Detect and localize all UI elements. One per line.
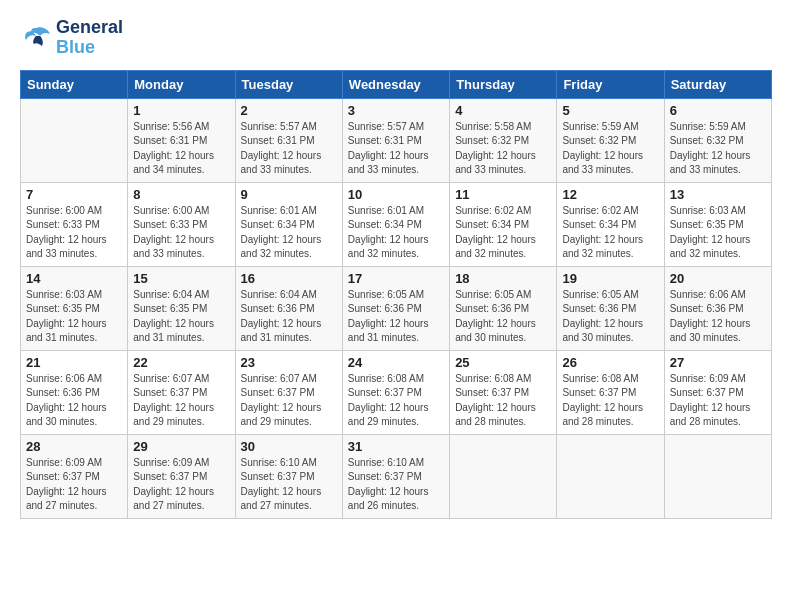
day-info: Sunrise: 6:04 AM Sunset: 6:36 PM Dayligh… — [241, 288, 337, 346]
day-info: Sunrise: 6:05 AM Sunset: 6:36 PM Dayligh… — [455, 288, 551, 346]
day-cell: 16Sunrise: 6:04 AM Sunset: 6:36 PM Dayli… — [235, 266, 342, 350]
day-info: Sunrise: 5:57 AM Sunset: 6:31 PM Dayligh… — [348, 120, 444, 178]
day-cell: 15Sunrise: 6:04 AM Sunset: 6:35 PM Dayli… — [128, 266, 235, 350]
day-info: Sunrise: 6:04 AM Sunset: 6:35 PM Dayligh… — [133, 288, 229, 346]
day-number: 12 — [562, 187, 658, 202]
day-number: 16 — [241, 271, 337, 286]
calendar-header-row: SundayMondayTuesdayWednesdayThursdayFrid… — [21, 70, 772, 98]
day-number: 29 — [133, 439, 229, 454]
day-info: Sunrise: 6:08 AM Sunset: 6:37 PM Dayligh… — [455, 372, 551, 430]
day-number: 31 — [348, 439, 444, 454]
day-number: 9 — [241, 187, 337, 202]
day-info: Sunrise: 6:00 AM Sunset: 6:33 PM Dayligh… — [26, 204, 122, 262]
day-number: 1 — [133, 103, 229, 118]
day-number: 4 — [455, 103, 551, 118]
day-cell: 6Sunrise: 5:59 AM Sunset: 6:32 PM Daylig… — [664, 98, 771, 182]
week-row-1: 7Sunrise: 6:00 AM Sunset: 6:33 PM Daylig… — [21, 182, 772, 266]
day-info: Sunrise: 6:10 AM Sunset: 6:37 PM Dayligh… — [241, 456, 337, 514]
calendar-body: 1Sunrise: 5:56 AM Sunset: 6:31 PM Daylig… — [21, 98, 772, 518]
logo-icon — [20, 24, 52, 52]
day-info: Sunrise: 5:56 AM Sunset: 6:31 PM Dayligh… — [133, 120, 229, 178]
day-cell: 5Sunrise: 5:59 AM Sunset: 6:32 PM Daylig… — [557, 98, 664, 182]
day-cell: 30Sunrise: 6:10 AM Sunset: 6:37 PM Dayli… — [235, 434, 342, 518]
day-cell: 20Sunrise: 6:06 AM Sunset: 6:36 PM Dayli… — [664, 266, 771, 350]
day-number: 24 — [348, 355, 444, 370]
week-row-0: 1Sunrise: 5:56 AM Sunset: 6:31 PM Daylig… — [21, 98, 772, 182]
header-cell-sunday: Sunday — [21, 70, 128, 98]
day-cell — [21, 98, 128, 182]
day-number: 14 — [26, 271, 122, 286]
day-cell: 25Sunrise: 6:08 AM Sunset: 6:37 PM Dayli… — [450, 350, 557, 434]
day-cell: 26Sunrise: 6:08 AM Sunset: 6:37 PM Dayli… — [557, 350, 664, 434]
day-number: 27 — [670, 355, 766, 370]
day-cell: 18Sunrise: 6:05 AM Sunset: 6:36 PM Dayli… — [450, 266, 557, 350]
day-cell: 12Sunrise: 6:02 AM Sunset: 6:34 PM Dayli… — [557, 182, 664, 266]
day-cell: 13Sunrise: 6:03 AM Sunset: 6:35 PM Dayli… — [664, 182, 771, 266]
header-cell-thursday: Thursday — [450, 70, 557, 98]
day-info: Sunrise: 6:06 AM Sunset: 6:36 PM Dayligh… — [670, 288, 766, 346]
day-number: 23 — [241, 355, 337, 370]
day-info: Sunrise: 6:05 AM Sunset: 6:36 PM Dayligh… — [348, 288, 444, 346]
day-info: Sunrise: 5:58 AM Sunset: 6:32 PM Dayligh… — [455, 120, 551, 178]
day-number: 13 — [670, 187, 766, 202]
day-number: 21 — [26, 355, 122, 370]
calendar-table: SundayMondayTuesdayWednesdayThursdayFrid… — [20, 70, 772, 519]
day-info: Sunrise: 6:02 AM Sunset: 6:34 PM Dayligh… — [455, 204, 551, 262]
day-info: Sunrise: 6:03 AM Sunset: 6:35 PM Dayligh… — [26, 288, 122, 346]
day-cell: 31Sunrise: 6:10 AM Sunset: 6:37 PM Dayli… — [342, 434, 449, 518]
day-cell — [450, 434, 557, 518]
week-row-4: 28Sunrise: 6:09 AM Sunset: 6:37 PM Dayli… — [21, 434, 772, 518]
day-number: 22 — [133, 355, 229, 370]
day-cell: 3Sunrise: 5:57 AM Sunset: 6:31 PM Daylig… — [342, 98, 449, 182]
day-number: 2 — [241, 103, 337, 118]
day-info: Sunrise: 6:03 AM Sunset: 6:35 PM Dayligh… — [670, 204, 766, 262]
day-number: 30 — [241, 439, 337, 454]
day-cell: 17Sunrise: 6:05 AM Sunset: 6:36 PM Dayli… — [342, 266, 449, 350]
page-container: General Blue SundayMondayTuesdayWednesda… — [0, 0, 792, 529]
header-cell-wednesday: Wednesday — [342, 70, 449, 98]
day-number: 25 — [455, 355, 551, 370]
day-cell: 14Sunrise: 6:03 AM Sunset: 6:35 PM Dayli… — [21, 266, 128, 350]
header-cell-monday: Monday — [128, 70, 235, 98]
day-number: 18 — [455, 271, 551, 286]
day-info: Sunrise: 5:59 AM Sunset: 6:32 PM Dayligh… — [670, 120, 766, 178]
day-cell: 29Sunrise: 6:09 AM Sunset: 6:37 PM Dayli… — [128, 434, 235, 518]
day-cell: 21Sunrise: 6:06 AM Sunset: 6:36 PM Dayli… — [21, 350, 128, 434]
day-info: Sunrise: 6:10 AM Sunset: 6:37 PM Dayligh… — [348, 456, 444, 514]
day-info: Sunrise: 6:05 AM Sunset: 6:36 PM Dayligh… — [562, 288, 658, 346]
day-cell: 19Sunrise: 6:05 AM Sunset: 6:36 PM Dayli… — [557, 266, 664, 350]
day-info: Sunrise: 6:09 AM Sunset: 6:37 PM Dayligh… — [670, 372, 766, 430]
day-info: Sunrise: 6:09 AM Sunset: 6:37 PM Dayligh… — [133, 456, 229, 514]
day-cell: 4Sunrise: 5:58 AM Sunset: 6:32 PM Daylig… — [450, 98, 557, 182]
day-cell — [557, 434, 664, 518]
day-info: Sunrise: 6:00 AM Sunset: 6:33 PM Dayligh… — [133, 204, 229, 262]
day-number: 7 — [26, 187, 122, 202]
logo-text: General Blue — [56, 18, 123, 58]
header-cell-friday: Friday — [557, 70, 664, 98]
day-info: Sunrise: 5:57 AM Sunset: 6:31 PM Dayligh… — [241, 120, 337, 178]
day-cell: 22Sunrise: 6:07 AM Sunset: 6:37 PM Dayli… — [128, 350, 235, 434]
day-cell: 9Sunrise: 6:01 AM Sunset: 6:34 PM Daylig… — [235, 182, 342, 266]
day-number: 6 — [670, 103, 766, 118]
header-area: General Blue — [20, 18, 772, 58]
day-info: Sunrise: 6:07 AM Sunset: 6:37 PM Dayligh… — [133, 372, 229, 430]
day-cell: 2Sunrise: 5:57 AM Sunset: 6:31 PM Daylig… — [235, 98, 342, 182]
day-cell — [664, 434, 771, 518]
day-info: Sunrise: 6:06 AM Sunset: 6:36 PM Dayligh… — [26, 372, 122, 430]
day-number: 11 — [455, 187, 551, 202]
day-cell: 8Sunrise: 6:00 AM Sunset: 6:33 PM Daylig… — [128, 182, 235, 266]
week-row-2: 14Sunrise: 6:03 AM Sunset: 6:35 PM Dayli… — [21, 266, 772, 350]
day-number: 20 — [670, 271, 766, 286]
day-number: 8 — [133, 187, 229, 202]
day-info: Sunrise: 6:09 AM Sunset: 6:37 PM Dayligh… — [26, 456, 122, 514]
header-cell-tuesday: Tuesday — [235, 70, 342, 98]
day-info: Sunrise: 6:02 AM Sunset: 6:34 PM Dayligh… — [562, 204, 658, 262]
day-info: Sunrise: 6:08 AM Sunset: 6:37 PM Dayligh… — [562, 372, 658, 430]
day-number: 17 — [348, 271, 444, 286]
header-cell-saturday: Saturday — [664, 70, 771, 98]
day-info: Sunrise: 6:08 AM Sunset: 6:37 PM Dayligh… — [348, 372, 444, 430]
day-cell: 27Sunrise: 6:09 AM Sunset: 6:37 PM Dayli… — [664, 350, 771, 434]
day-cell: 28Sunrise: 6:09 AM Sunset: 6:37 PM Dayli… — [21, 434, 128, 518]
day-number: 3 — [348, 103, 444, 118]
day-cell: 10Sunrise: 6:01 AM Sunset: 6:34 PM Dayli… — [342, 182, 449, 266]
